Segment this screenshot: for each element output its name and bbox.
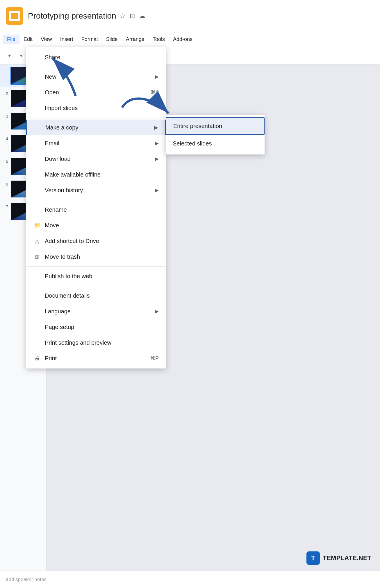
email-label: Email xyxy=(45,140,59,147)
print-icon: 🖨 xyxy=(33,355,41,362)
print-shortcut: ⌘P xyxy=(150,355,159,362)
star-icon[interactable]: ☆ xyxy=(120,12,126,20)
new-label: New xyxy=(45,73,56,80)
menu-item-print[interactable]: 🖨 Print ⌘P xyxy=(26,350,166,366)
version-label: Version history xyxy=(45,187,83,194)
page-setup-label: Page setup xyxy=(45,324,74,330)
watermark-icon: T xyxy=(306,551,320,565)
import-label: Import slides xyxy=(45,105,78,112)
menu-item-offline[interactable]: Make available offline xyxy=(26,167,166,182)
menu-item-trash[interactable]: 🗑 Move to trash xyxy=(26,249,166,265)
print-label: Print xyxy=(45,355,57,362)
toolbar-dropdown[interactable]: ▾ xyxy=(17,51,26,60)
app-icon-inner xyxy=(9,11,20,21)
rename-label: Rename xyxy=(45,206,67,213)
menu-item-language[interactable]: Language ▶ xyxy=(26,303,166,319)
watermark-text: TEMPLATE.NET xyxy=(323,554,371,562)
watermark-suffix: .NET xyxy=(357,554,371,562)
menu-item-import[interactable]: Import slides xyxy=(26,100,166,116)
divider-5 xyxy=(26,286,166,286)
watermark-brand: TEMPLATE xyxy=(323,554,357,562)
slide-num-4: 4 xyxy=(3,136,8,141)
menu-item-page-setup[interactable]: Page setup xyxy=(26,319,166,335)
slide-num-3: 3 xyxy=(3,114,8,118)
menu-addons[interactable]: Add-ons xyxy=(169,35,197,44)
menu-slide[interactable]: Slide xyxy=(102,35,122,44)
slide-num-2: 2 xyxy=(3,91,8,96)
divider-2 xyxy=(26,118,166,118)
open-label: Open xyxy=(45,89,59,96)
shortcut-label: Add shortcut to Drive xyxy=(45,238,99,244)
share-label: Share xyxy=(45,54,60,61)
slide-num-1: 1 xyxy=(3,69,8,73)
slide-num-7: 7 xyxy=(3,204,8,209)
doc-title: Prototyping presentation ☆ ⊡ ☁ xyxy=(28,11,374,21)
make-copy-label: Make a copy xyxy=(45,124,78,131)
menu-tools[interactable]: Tools xyxy=(149,35,169,44)
move-icon: 📁 xyxy=(33,222,41,229)
menu-bar: File Edit View Insert Format Slide Arran… xyxy=(0,32,380,47)
shortcut-icon: △ xyxy=(33,238,41,244)
menu-file[interactable]: File xyxy=(3,35,19,44)
menu-insert[interactable]: Insert xyxy=(56,35,77,44)
menu-item-share[interactable]: Share xyxy=(26,49,166,65)
folder-icon[interactable]: ⊡ xyxy=(130,12,135,20)
version-arrow: ▶ xyxy=(155,187,159,193)
divider-3 xyxy=(26,200,166,200)
app-icon xyxy=(6,7,23,25)
menu-item-shortcut[interactable]: △ Add shortcut to Drive xyxy=(26,233,166,249)
menu-arrange[interactable]: Arrange xyxy=(122,35,149,44)
title-icons: ☆ ⊡ ☁ xyxy=(120,12,145,20)
menu-item-details[interactable]: Document details xyxy=(26,288,166,303)
email-arrow: ▶ xyxy=(155,140,159,146)
submenu-selected[interactable]: Selected slides xyxy=(166,135,265,152)
menu-item-rename[interactable]: Rename xyxy=(26,202,166,217)
menu-item-version[interactable]: Version history ▶ xyxy=(26,182,166,198)
submenu-entire[interactable]: Entire presentation xyxy=(166,117,265,135)
menu-edit[interactable]: Edit xyxy=(19,35,37,44)
watermark: T TEMPLATE.NET xyxy=(306,551,371,565)
menu-item-new[interactable]: New ▶ xyxy=(26,69,166,84)
menu-item-email[interactable]: Email ▶ xyxy=(26,135,166,151)
divider-1 xyxy=(26,67,166,67)
top-bar: Prototyping presentation ☆ ⊡ ☁ xyxy=(0,0,380,32)
menu-item-open[interactable]: Open ⌘0 xyxy=(26,84,166,100)
notes-bar: add speaker notes xyxy=(0,571,380,588)
copy-arrow: ▶ xyxy=(154,124,158,131)
new-arrow: ▶ xyxy=(155,73,159,80)
menu-item-download[interactable]: Download ▶ xyxy=(26,151,166,167)
download-arrow: ▶ xyxy=(155,156,159,162)
language-label: Language xyxy=(45,308,71,315)
selected-slides-label: Selected slides xyxy=(173,140,212,147)
slide-num-5: 5 xyxy=(3,159,8,164)
menu-item-publish[interactable]: Publish to the web xyxy=(26,268,166,284)
trash-label: Move to trash xyxy=(45,253,80,260)
toolbar-add[interactable]: + xyxy=(5,51,14,60)
document-title: Prototyping presentation xyxy=(28,11,116,21)
notes-placeholder[interactable]: add speaker notes xyxy=(6,577,47,582)
title-area: Prototyping presentation ☆ ⊡ ☁ xyxy=(28,11,374,21)
divider-4 xyxy=(26,266,166,267)
menu-view[interactable]: View xyxy=(37,35,56,44)
menu-item-print-preview[interactable]: Print settings and preview xyxy=(26,335,166,350)
cloud-icon[interactable]: ☁ xyxy=(139,12,145,20)
trash-icon: 🗑 xyxy=(33,254,41,260)
slide-num-6: 6 xyxy=(3,182,8,186)
language-arrow: ▶ xyxy=(155,308,159,314)
download-label: Download xyxy=(45,156,71,162)
publish-label: Publish to the web xyxy=(45,273,92,280)
menu-item-move[interactable]: 📁 Move xyxy=(26,217,166,233)
menu-item-make-copy[interactable]: Make a copy ▶ xyxy=(26,120,166,135)
entire-presentation-label: Entire presentation xyxy=(173,123,222,130)
menu-format[interactable]: Format xyxy=(77,35,102,44)
file-dropdown: Share New ▶ Open ⌘0 Import slides Make a… xyxy=(26,47,166,368)
move-label: Move xyxy=(45,222,59,229)
offline-label: Make available offline xyxy=(45,171,101,178)
open-shortcut: ⌘0 xyxy=(151,89,159,96)
print-preview-label: Print settings and preview xyxy=(45,339,111,346)
make-copy-submenu: Entire presentation Selected slides xyxy=(166,115,265,154)
details-label: Document details xyxy=(45,292,90,299)
